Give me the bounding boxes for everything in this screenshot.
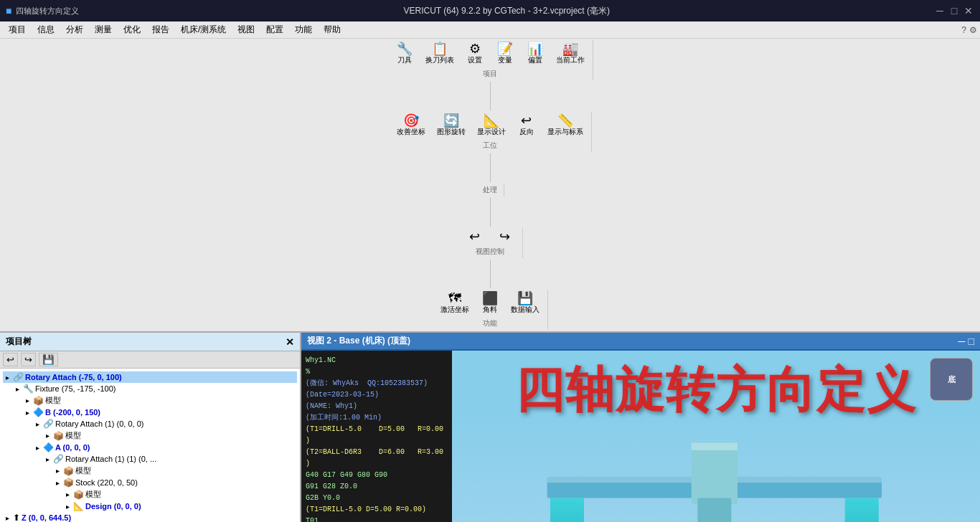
toolbar-btn-settings[interactable]: ⚙ 设置 xyxy=(461,40,489,67)
tree-node-9[interactable]: ▸📦模型 xyxy=(3,465,297,477)
toolbar-btn-activate-coord[interactable]: 🗺 激活坐标 xyxy=(435,290,474,317)
nc-code-panel[interactable]: Why1.NC % (微信: WhyAks QQ:1052383537) (Da… xyxy=(301,351,452,522)
tree-node-13[interactable]: ▸⬆Z (0, 0, 644.5) xyxy=(3,512,297,522)
toolbar-btn-reverse[interactable]: ↩ 反向 xyxy=(512,112,541,139)
toolbar-btn-offset[interactable]: 📊 偏置 xyxy=(521,40,550,67)
tree-toggle[interactable]: ▸ xyxy=(53,479,62,487)
tree-node-label: 模型 xyxy=(65,430,81,441)
minimize-button[interactable]: ─ xyxy=(934,5,946,16)
project-tree-close-btn[interactable]: ✕ xyxy=(286,336,294,348)
nc-comment-1: (微信: WhyAks QQ:1052383537) xyxy=(306,378,448,389)
reverse-icon: ↩ xyxy=(521,114,532,127)
maximize-button[interactable]: □ xyxy=(948,5,960,16)
vp-min-btn[interactable]: ─ xyxy=(958,336,966,347)
toolbar-corner-material-label: 角料 xyxy=(483,305,497,315)
project-tree[interactable]: ▸🔗Rotary Attach (-75, 0, 100)▸🔧Fixture (… xyxy=(0,369,300,522)
toolbar-btn-tooltable[interactable]: 📋 换刀列表 xyxy=(420,40,459,67)
settings-icon[interactable]: ⚙ xyxy=(969,25,977,35)
menu-item-optimize[interactable]: 优化 xyxy=(118,22,146,37)
tree-node-12[interactable]: ▸📐Design (0, 0, 0) xyxy=(3,500,297,512)
tree-node-3[interactable]: ▸📦模型 xyxy=(3,394,297,407)
menu-item-info[interactable]: 信息 xyxy=(32,22,60,37)
tree-node-8[interactable]: ▸🔗Rotary Attach (1) (1) (0, ... xyxy=(3,453,297,465)
undo-icon: ↩ xyxy=(469,230,480,243)
tree-toggle[interactable]: ▸ xyxy=(63,490,72,498)
tree-toggle[interactable]: ▸ xyxy=(33,420,42,428)
toolbar-btn-improve-coord[interactable]: 🎯 改善坐标 xyxy=(392,112,430,139)
toolbar-btn-corner-material[interactable]: ⬛ 角料 xyxy=(476,290,504,317)
toolbar-btn-graph-rotate[interactable]: 🔄 图形旋转 xyxy=(432,112,471,139)
help-icon[interactable]: ? xyxy=(961,25,966,35)
titlebar: ■ 四轴旋转方向定义 VERICUT (64) 9.2.2 by CGTech … xyxy=(0,0,980,22)
tree-toggle[interactable]: ▸ xyxy=(33,444,42,452)
menu-item-config[interactable]: 配置 xyxy=(260,22,289,37)
titlebar-left: ■ 四轴旋转方向定义 xyxy=(6,5,79,16)
toolbar-btn-tool[interactable]: 🔧 刀具 xyxy=(390,40,419,67)
tree-node-label: Rotary Attach (-75, 0, 100) xyxy=(25,373,122,381)
toolbar-btn-undo[interactable]: ↩ xyxy=(461,228,489,245)
tree-node-label: B (-200, 0, 150) xyxy=(45,408,100,417)
tree-node-6[interactable]: ▸📦模型 xyxy=(3,430,297,442)
menu-item-measure[interactable]: 测量 xyxy=(89,22,118,37)
tree-toggle[interactable]: ▸ xyxy=(23,409,32,417)
tree-node-1[interactable]: ▸🔗Rotary Attach (-75, 0, 100) xyxy=(3,371,297,383)
view-cube[interactable]: 底 xyxy=(930,358,973,401)
tree-node-7[interactable]: ▸🔷A (0, 0, 0) xyxy=(3,442,297,453)
tree-node-10[interactable]: ▸📦Stock (220, 0, 50) xyxy=(3,477,297,488)
tree-toggle[interactable]: ▸ xyxy=(13,385,22,393)
tree-node-label: Design (0, 0, 0) xyxy=(85,502,141,511)
tree-toggle[interactable]: ▸ xyxy=(3,514,11,522)
viewport-title: 视图 2 - Base (机床) (顶盖) xyxy=(307,335,410,347)
nc-code-content: Why1.NC % (微信: WhyAks QQ:1052383537) (Da… xyxy=(306,355,448,522)
menu-item-view[interactable]: 视图 xyxy=(232,22,260,37)
close-button[interactable]: ✕ xyxy=(963,5,974,16)
show-coord-icon: 📏 xyxy=(557,114,573,127)
tree-toggle[interactable]: ▸ xyxy=(3,374,11,381)
tree-back-btn[interactable]: ↩ xyxy=(3,353,18,366)
tree-node-2[interactable]: ▸🔧Fixture (75, -175, -100) xyxy=(3,383,297,394)
tree-node-icon: 🔧 xyxy=(23,384,34,394)
tree-toggle[interactable]: ▸ xyxy=(63,503,72,511)
tree-toggle[interactable]: ▸ xyxy=(43,432,52,440)
tree-node-5[interactable]: ▸🔗Rotary Attach (1) (0, 0, 0) xyxy=(3,418,297,430)
tool-icon: 🔧 xyxy=(397,42,413,55)
menu-item-report[interactable]: 报告 xyxy=(146,22,175,37)
tree-node-icon: 📦 xyxy=(33,396,44,406)
tree-forward-btn[interactable]: ↪ xyxy=(21,353,36,366)
toolbar-btn-workpiece[interactable]: 🏭 当前工作 xyxy=(551,40,590,67)
titlebar-subtitle: 四轴旋转方向定义 xyxy=(16,6,79,16)
offset-icon: 📊 xyxy=(527,42,543,55)
toolbar-btn-show-coord[interactable]: 📏 显示与标系 xyxy=(542,112,588,139)
toolbar-btn-var[interactable]: 📝 变量 xyxy=(491,40,519,67)
nc-t1-comment: (T1=DRILL-5.0 D=5.00 R=0.00 ) xyxy=(306,424,448,447)
menu-item-function[interactable]: 功能 xyxy=(289,22,318,37)
tree-node-label: Fixture (75, -175, -100) xyxy=(35,384,116,393)
project-tree-header: 项目树 ✕ xyxy=(0,333,300,351)
toolbar-group-process: 处理 xyxy=(476,184,504,196)
menu-item-project[interactable]: 项目 xyxy=(3,22,32,37)
tree-node-icon: 📦 xyxy=(63,478,74,488)
menu-item-help[interactable]: 帮助 xyxy=(318,22,347,37)
tree-toggle[interactable]: ▸ xyxy=(53,467,62,475)
tree-node-label: Rotary Attach (1) (1) (0, ... xyxy=(65,455,156,463)
toolbar-btn-display-design[interactable]: 📐 显示设计 xyxy=(472,112,511,139)
menu-item-machine[interactable]: 机床/测系统 xyxy=(175,22,232,37)
tree-toggle[interactable]: ▸ xyxy=(43,455,52,463)
tree-node-11[interactable]: ▸📦模型 xyxy=(3,488,297,500)
nc-t01: T01 xyxy=(306,516,448,522)
nc-percent: % xyxy=(306,366,448,378)
tree-toggle[interactable]: ▸ xyxy=(23,397,32,404)
menu-item-analysis[interactable]: 分析 xyxy=(60,22,89,37)
toolbar-btn-redo[interactable]: ↪ xyxy=(491,228,519,245)
titlebar-title: VERICUT (64) 9.2.2 by CGTech - 3+2.vcpro… xyxy=(79,5,934,17)
tree-node-4[interactable]: ▸🔷B (-200, 0, 150) xyxy=(3,407,297,418)
var-icon: 📝 xyxy=(497,42,513,55)
toolbar-var-label: 变量 xyxy=(498,55,512,65)
vp-max-btn[interactable]: □ xyxy=(969,336,974,347)
toolbar-btn-data-input[interactable]: 💾 数据输入 xyxy=(506,290,545,317)
nc-g40: G40 G17 G49 G80 G90 xyxy=(306,470,448,481)
tree-save-btn[interactable]: 💾 xyxy=(39,353,58,366)
project-tree-title: 项目树 xyxy=(6,336,32,348)
3d-viewport[interactable]: 四轴旋转方向定义 底 xyxy=(452,351,980,522)
nc-t2-comment: (T2=BALL-D6R3 D=6.00 R=3.00 ) xyxy=(306,447,448,470)
